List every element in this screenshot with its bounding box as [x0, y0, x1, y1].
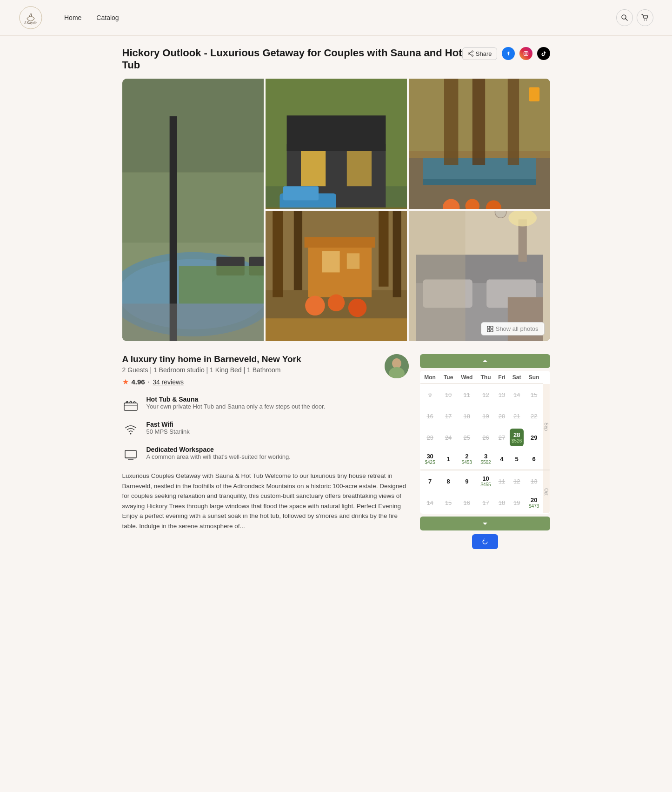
calendar-day-cell[interactable]: 30$425 — [420, 448, 440, 470]
svg-rect-37 — [266, 208, 407, 209]
calendar-body: 9101112131415Sep161718192021222324252627… — [420, 384, 550, 514]
amenities-list: Hot Tub & Sauna Your own private Hot Tub… — [122, 396, 409, 463]
svg-rect-46 — [444, 79, 458, 165]
calendar-day-cell[interactable]: 28$526 — [509, 427, 525, 448]
calendar-up-button[interactable] — [420, 354, 550, 368]
calendar-month-label: Oct — [544, 488, 549, 496]
svg-rect-41 — [423, 179, 536, 185]
calendar-day-cell[interactable]: 20$473 — [525, 492, 543, 514]
svg-line-10 — [469, 52, 472, 53]
calendar-day-cell[interactable]: 7 — [420, 470, 440, 492]
svg-rect-77 — [491, 326, 493, 329]
calendar-day-cell: 14 — [420, 492, 440, 514]
calendar-day-cell: 11 — [457, 384, 477, 406]
listing-description: Luxurious Couples Getaway with Sauna & H… — [122, 471, 409, 531]
svg-point-5 — [644, 20, 645, 20]
nav-home[interactable]: Home — [58, 11, 88, 24]
calendar-day-cell[interactable]: 29 — [525, 427, 543, 448]
listing-info: A luxury tiny home in Barneveld, New Yor… — [122, 354, 409, 549]
calendar-week-row: 14151617181920$473 — [420, 492, 550, 514]
svg-rect-52 — [266, 318, 407, 341]
calendar-day-cell: 18 — [495, 492, 509, 514]
down-arrow-icon — [482, 520, 488, 527]
grid-icon — [487, 326, 493, 332]
calendar-day-cell: 9 — [420, 384, 440, 406]
amenity-text-2: Dedicated Workspace A common area with w… — [146, 446, 291, 460]
calendar-day-cell[interactable]: 8 — [440, 470, 457, 492]
calendar-day-cell[interactable]: 6 — [525, 448, 543, 470]
calendar-day-cell[interactable]: 3$502 — [477, 448, 495, 470]
svg-point-86 — [130, 433, 131, 435]
rating-sep: · — [148, 378, 150, 386]
tiktok-icon — [541, 51, 546, 56]
cal-header-fri: Fri — [495, 371, 509, 384]
share-label: Share — [476, 50, 492, 57]
svg-rect-79 — [491, 329, 493, 332]
header-actions — [616, 9, 653, 26]
calendar-reset-button[interactable] — [472, 534, 498, 549]
calendar-day-cell: 12 — [509, 470, 525, 492]
share-button[interactable]: Share — [462, 47, 497, 60]
svg-rect-31 — [301, 151, 326, 186]
calendar-month-label: Sep — [544, 423, 549, 431]
svg-point-58 — [327, 295, 344, 311]
svg-point-13 — [525, 53, 527, 54]
calendar-day-cell[interactable]: 9 — [457, 470, 477, 492]
star-icon: ★ — [122, 377, 129, 386]
calendar-day-cell[interactable]: 1 — [440, 448, 457, 470]
calendar-day-cell[interactable]: 5 — [509, 448, 525, 470]
svg-point-9 — [472, 55, 473, 56]
cal-header-thu: Thu — [477, 371, 495, 384]
calendar-day-cell[interactable]: 2$453 — [457, 448, 477, 470]
cart-icon — [641, 14, 649, 21]
amenity-wifi: Fast Wifi 50 MPS Starlink — [122, 421, 409, 437]
calendar-day-cell: 17 — [477, 492, 495, 514]
show-all-photos-button[interactable]: Show all photos — [481, 322, 545, 336]
rating-row: ★ 4.96 · 34 reviews — [122, 377, 409, 386]
reviews-link[interactable]: 34 reviews — [153, 378, 184, 386]
svg-point-59 — [348, 299, 366, 317]
share-icon — [467, 50, 474, 57]
search-button[interactable] — [616, 9, 633, 26]
amenity-title-2: Dedicated Workspace — [146, 446, 291, 453]
svg-rect-74 — [409, 211, 466, 341]
svg-line-4 — [625, 19, 627, 20]
amenity-title-0: Hot Tub & Sauna — [146, 396, 326, 403]
facebook-button[interactable] — [502, 47, 515, 60]
svg-rect-55 — [322, 251, 339, 273]
calendar-down-button[interactable] — [420, 517, 550, 530]
logo[interactable]: A AKaydia — [19, 6, 43, 30]
hot-tub-icon — [122, 396, 139, 412]
instagram-button[interactable] — [519, 47, 532, 60]
cart-button[interactable] — [637, 9, 653, 26]
svg-rect-26 — [179, 266, 263, 304]
cal-header-sun: Sun — [525, 371, 543, 384]
calendar-day-cell: 15 — [440, 492, 457, 514]
tiktok-button[interactable] — [537, 47, 550, 60]
photo-grid: Show all photos — [122, 79, 550, 341]
cal-header-mon: Mon — [420, 371, 440, 384]
meta-text: 2 Guests | 1 Bedroom studio | 1 King Bed… — [122, 366, 281, 374]
calendar-day-cell: 11 — [495, 470, 509, 492]
site-header: A AKaydia Home Catalog — [0, 0, 672, 36]
amenity-hot-tub: Hot Tub & Sauna Your own private Hot Tub… — [122, 396, 409, 412]
reset-icon — [481, 538, 489, 545]
svg-rect-47 — [472, 79, 485, 165]
svg-rect-78 — [487, 329, 490, 332]
show-all-label: Show all photos — [496, 325, 539, 332]
svg-point-81 — [392, 358, 401, 369]
nav-catalog[interactable]: Catalog — [90, 11, 125, 24]
photo-main — [122, 79, 264, 341]
svg-rect-61 — [293, 211, 302, 290]
wifi-icon — [122, 421, 139, 437]
svg-point-57 — [305, 296, 325, 316]
info-header: A luxury tiny home in Barneveld, New Yor… — [122, 354, 409, 364]
search-icon — [621, 14, 628, 21]
photo-br2: Show all photos — [409, 211, 550, 341]
calendar-day-cell[interactable]: 10$455 — [477, 470, 495, 492]
calendar-day-cell: 20 — [495, 405, 509, 427]
listing-title: Hickory Outlook - Luxurious Getaway for … — [122, 47, 462, 71]
calendar-day-cell[interactable]: 4 — [495, 448, 509, 470]
calendar-week-row: 232425262728$52629 — [420, 427, 550, 448]
calendar-week-row: 30$42512$4533$502456 — [420, 448, 550, 470]
